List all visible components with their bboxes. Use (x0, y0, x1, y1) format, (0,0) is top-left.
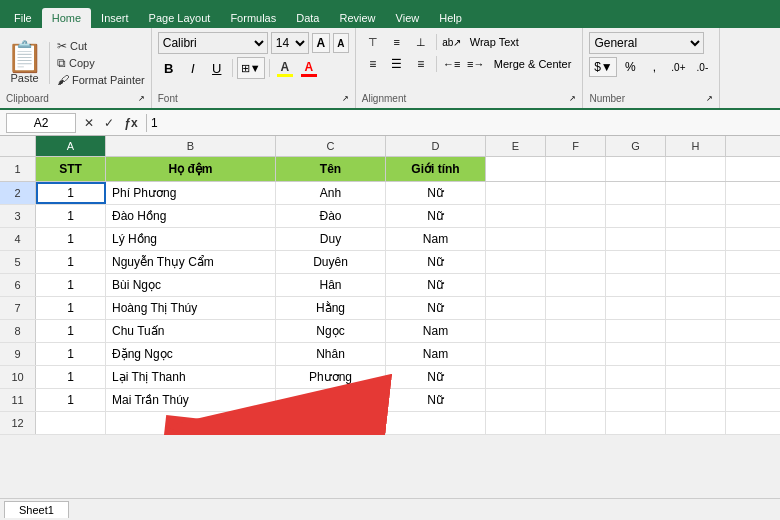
align-right-button[interactable]: ≡ (410, 54, 432, 74)
format-painter-button[interactable]: 🖌 Format Painter (57, 73, 145, 87)
cell-h[interactable] (666, 251, 726, 273)
cell-g[interactable] (606, 228, 666, 250)
row-num[interactable]: 12 (0, 412, 36, 434)
cell-e[interactable] (486, 343, 546, 365)
cell-a[interactable]: 1 (36, 320, 106, 342)
col-header-h[interactable]: H (666, 136, 726, 156)
cell-b[interactable]: Hoàng Thị Thúy (106, 297, 276, 319)
orientation-button[interactable]: ab↗ (441, 32, 463, 52)
cell-d[interactable]: Nữ (386, 182, 486, 204)
cell-d1[interactable]: Giới tính (386, 157, 486, 181)
cell-e1[interactable] (486, 157, 546, 181)
cell-f1[interactable] (546, 157, 606, 181)
row-num[interactable]: 5 (0, 251, 36, 273)
cell-g[interactable] (606, 320, 666, 342)
cell-f[interactable] (546, 205, 606, 227)
cell-e[interactable] (486, 228, 546, 250)
row-num[interactable]: 4 (0, 228, 36, 250)
tab-formulas[interactable]: Formulas (220, 8, 286, 28)
cell-c[interactable]: Hân (276, 274, 386, 296)
percent-button[interactable]: % (619, 57, 641, 77)
tab-home[interactable]: Home (42, 8, 91, 28)
cell-b[interactable]: Chu Tuấn (106, 320, 276, 342)
tab-insert[interactable]: Insert (91, 8, 139, 28)
col-header-e[interactable]: E (486, 136, 546, 156)
row-num[interactable]: 2 (0, 182, 36, 204)
cell-h[interactable] (666, 320, 726, 342)
cell-g[interactable] (606, 366, 666, 388)
col-header-b[interactable]: B (106, 136, 276, 156)
cell-a[interactable]: 1 (36, 366, 106, 388)
cell-e[interactable] (486, 205, 546, 227)
cell-f[interactable] (546, 366, 606, 388)
cell-h[interactable] (666, 274, 726, 296)
cell-g[interactable] (606, 343, 666, 365)
decrease-decimal-button[interactable]: .0- (691, 57, 713, 77)
cell-f[interactable] (546, 274, 606, 296)
cell-d[interactable]: Nam (386, 320, 486, 342)
row-num[interactable]: 8 (0, 320, 36, 342)
cell-e[interactable] (486, 320, 546, 342)
cell-a[interactable]: 1 (36, 182, 106, 204)
cell-g[interactable] (606, 297, 666, 319)
cell-e[interactable] (486, 297, 546, 319)
cell-b[interactable]: Lại Thị Thanh (106, 366, 276, 388)
cell-a[interactable]: 1 (36, 343, 106, 365)
cell-b[interactable]: Đào Hồng (106, 205, 276, 227)
align-left-button[interactable]: ≡ (362, 54, 384, 74)
cell-a[interactable] (36, 412, 106, 434)
increase-indent-button[interactable]: ≡→ (465, 54, 487, 74)
cell-h[interactable] (666, 297, 726, 319)
row-num[interactable]: 7 (0, 297, 36, 319)
cell-e[interactable] (486, 412, 546, 434)
cell-f[interactable] (546, 389, 606, 411)
cell-h[interactable] (666, 343, 726, 365)
cell-g[interactable] (606, 389, 666, 411)
cell-b[interactable]: Lý Hồng (106, 228, 276, 250)
cell-h[interactable] (666, 182, 726, 204)
cell-d[interactable]: Nam (386, 343, 486, 365)
decrease-indent-button[interactable]: ←≡ (441, 54, 463, 74)
alignment-expand-icon[interactable]: ↗ (569, 94, 576, 103)
cell-f[interactable] (546, 251, 606, 273)
insert-function-button[interactable]: ƒx (120, 114, 142, 132)
align-top-button[interactable]: ⊤ (362, 32, 384, 52)
cell-c[interactable]: Ngọc (276, 320, 386, 342)
tab-review[interactable]: Review (329, 8, 385, 28)
increase-decimal-button[interactable]: .0+ (667, 57, 689, 77)
tab-help[interactable]: Help (429, 8, 472, 28)
cell-e[interactable] (486, 274, 546, 296)
cell-e[interactable] (486, 389, 546, 411)
cell-a[interactable]: 1 (36, 389, 106, 411)
cell-b[interactable]: Bùi Ngọc (106, 274, 276, 296)
cell-d[interactable]: Nữ (386, 366, 486, 388)
row-num[interactable]: 10 (0, 366, 36, 388)
cell-c[interactable]: Vy (276, 389, 386, 411)
cell-g1[interactable] (606, 157, 666, 181)
cell-f[interactable] (546, 343, 606, 365)
comma-button[interactable]: , (643, 57, 665, 77)
cell-c[interactable]: Anh (276, 182, 386, 204)
confirm-formula-button[interactable]: ✓ (100, 114, 118, 132)
number-format-select[interactable]: General (589, 32, 704, 54)
bold-button[interactable]: B (158, 57, 180, 79)
cell-b[interactable]: Phí Phương (106, 182, 276, 204)
font-expand-icon[interactable]: ↗ (342, 94, 349, 103)
row-num[interactable]: 11 (0, 389, 36, 411)
cell-h[interactable] (666, 228, 726, 250)
accounting-button[interactable]: $▼ (589, 57, 617, 77)
cell-a[interactable]: 1 (36, 228, 106, 250)
col-header-c[interactable]: C (276, 136, 386, 156)
tab-file[interactable]: File (4, 8, 42, 28)
cell-e[interactable] (486, 251, 546, 273)
name-box[interactable]: A2 (6, 113, 76, 133)
cell-e[interactable] (486, 182, 546, 204)
align-bottom-button[interactable]: ⊥ (410, 32, 432, 52)
cell-f[interactable] (546, 297, 606, 319)
cell-b1[interactable]: Họ đệm (106, 157, 276, 181)
cell-b[interactable] (106, 412, 276, 434)
align-center-button[interactable]: ☰ (386, 54, 408, 74)
cell-g[interactable] (606, 251, 666, 273)
cell-a1[interactable]: STT (36, 157, 106, 181)
border-button[interactable]: ⊞▼ (237, 57, 265, 79)
